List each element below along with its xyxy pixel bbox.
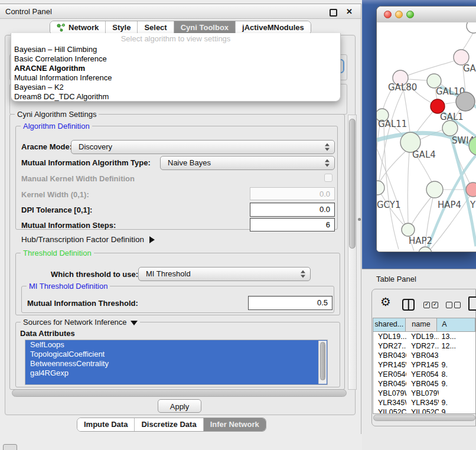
dropdown-item[interactable]: Mutual Information Inference [11,73,340,83]
cell: YDR27... [373,341,406,351]
unchecked-checkbox-icon[interactable] [446,302,452,308]
stepper-arrows-icon [325,159,330,167]
tab-label: Style [112,21,131,34]
which-threshold-label: Which threshold to use: [51,270,138,279]
table-row[interactable]: YBR043CYBR043C [373,351,475,360]
tab-label: Network [69,21,99,34]
network-node[interactable] [426,181,443,198]
checked-checkbox-icon[interactable]: ✓ [432,302,438,308]
dropdown-prompt: Select algorithm to view settings [11,33,340,45]
scrollbar-thumb[interactable] [320,342,325,380]
sources-title: Sources for Network Inference [23,318,127,327]
cell: YIL052C [373,407,406,414]
network-window-titlebar[interactable] [377,6,476,23]
mi-threshold-label: Mutual Information Threshold: [27,299,138,308]
node-attribute-table: shared... name A YDL19...YDL19...13... Y… [373,318,476,414]
kernel-width-input[interactable]: 0.0 [250,187,335,200]
split-view-icon[interactable] [402,299,415,311]
stepper-arrows-icon [325,144,330,151]
tab-discretize-data[interactable]: Discretize Data [134,418,203,431]
table-row[interactable]: YBR045CYBR045C9. [373,379,475,389]
minimized-panel-chip[interactable] [3,444,17,450]
dropdown-item[interactable]: Basic Correlation Inference [11,54,340,64]
column-header[interactable]: shared... [373,318,406,331]
table-horizontal-scrollbar[interactable] [373,415,475,421]
tab-impute-data[interactable]: Impute Data [77,418,134,431]
list-item-partial[interactable] [25,378,327,385]
tab-label: Impute Data [84,418,128,431]
mi-threshold-input[interactable]: 0.5 [248,296,332,310]
tab-select[interactable]: Select [137,21,173,34]
attributes-list-scrollbar[interactable] [318,341,327,384]
network-tab-icon [57,24,66,32]
network-node[interactable] [456,92,475,111]
manual-kernel-width-checkbox[interactable] [324,174,332,182]
data-attributes-label: Data Attributes [20,329,75,338]
gear-icon[interactable]: ⚙ [380,295,391,308]
split-pane-handle[interactable] [358,218,361,221]
column-header[interactable]: name [406,318,437,331]
tab-label: Infer Network [210,418,259,431]
mi-steps-input[interactable]: 6 [250,218,335,231]
which-threshold-select[interactable]: MI Threshold [138,267,311,281]
network-node[interactable] [419,247,432,252]
network-node[interactable] [467,22,476,33]
cell: YBR043C [406,351,439,360]
float-window-icon[interactable] [330,9,337,17]
cell: YIL052C [406,407,439,414]
kernel-width-label: Kernel Width (0,1): [21,190,89,199]
unchecked-checkbox-icon[interactable] [454,302,461,308]
network-graph: GALGAL80GAL10GAL1GAL11SWI4GAL4GCY1HAP4YH… [377,22,476,252]
settings-horizontal-scrollbar[interactable] [12,389,347,397]
table-row[interactable]: YER054CYER054C8. [373,370,475,379]
tab-jactivemnodules[interactable]: jActiveMNodules [235,21,311,34]
mi-algorithm-type-select[interactable]: Naive Bayes [160,156,335,170]
group-title: Algorithm Definition [21,122,92,131]
aracne-mode-select[interactable]: Discovery [71,140,335,154]
checked-checkbox-icon[interactable]: ✓ [423,302,430,308]
table-row[interactable]: YPR145WYPR145W9. [373,360,475,370]
table-row[interactable]: YLR345WYLR345W9. [373,398,475,407]
tab-cyni-toolbox[interactable]: Cyni Toolbox [174,21,235,34]
network-node[interactable] [377,181,384,195]
aracne-mode-label: Aracne Mode: [21,142,72,151]
document-icon[interactable] [468,296,476,311]
table-row[interactable]: YIL052CYIL052C9. [373,407,475,414]
table-row[interactable]: YBL079WYBL079W [373,389,475,398]
network-desktop: GALGAL80GAL10GAL1GAL11SWI4GAL4GCY1HAP4YH… [362,0,476,269]
apply-button[interactable]: Apply [158,399,201,413]
list-item[interactable]: gal4RGexp [25,369,327,378]
network-node[interactable] [442,120,458,136]
dropdown-item-selected[interactable]: ARACNE Algorithm [11,64,340,73]
control-panel-titlebar: Control Panel ✕ [0,4,361,19]
cell: 13... [439,332,475,341]
network-node[interactable] [402,223,415,236]
dropdown-item[interactable]: Bayesian – Hill Climbing [11,45,340,54]
list-item[interactable]: BetweennessCentrality [25,359,327,369]
mi-type-label: Mutual Information Algorithm Type: [21,158,151,167]
table-row[interactable]: YDL19...YDL19...13... [373,332,475,341]
network-canvas[interactable]: GALGAL80GAL10GAL1GAL11SWI4GAL4GCY1HAP4YH… [377,22,476,252]
list-item[interactable]: SelfLoops [25,340,327,350]
tab-infer-network[interactable]: Infer Network [203,418,266,431]
tab-style[interactable]: Style [105,21,137,34]
minimize-window-icon[interactable] [395,11,403,18]
dropdown-item[interactable]: Dream8 DC_TDC Algorithm [11,92,340,102]
close-icon[interactable]: ✕ [346,7,353,16]
table-panel-title: Table Panel [376,275,416,283]
table-row[interactable]: YDR27...YDR27...12... [373,341,475,351]
dpi-tolerance-input[interactable]: 0.0 [250,203,335,217]
column-header[interactable]: A [437,318,475,331]
hub-definition-expander[interactable]: Hub/Transcription Factor Definition [21,235,155,244]
list-item[interactable]: TopologicalCoefficient [25,350,327,359]
zoom-window-icon[interactable] [406,11,414,18]
scrollbar-thumb[interactable] [349,119,356,249]
close-window-icon[interactable] [384,11,392,18]
algorithm-dropdown-popup: Select algorithm to view settings Bayesi… [11,33,341,102]
sources-collapser[interactable]: Sources for Network Inference [21,318,140,327]
cell: 9. [439,360,475,370]
settings-vertical-scrollbar[interactable] [348,115,357,390]
dropdown-item[interactable]: Bayesian – K2 [11,83,340,92]
tab-network[interactable]: Network [50,21,105,34]
network-node[interactable] [466,182,476,197]
